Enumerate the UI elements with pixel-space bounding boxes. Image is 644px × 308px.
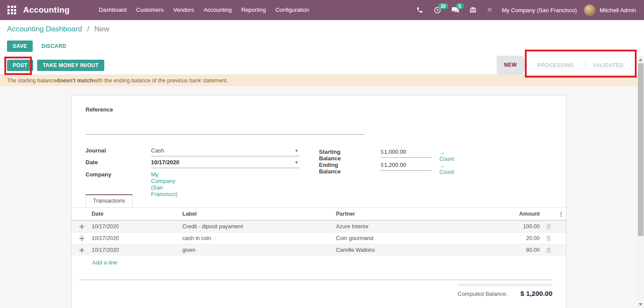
top-navbar: Accounting Dashboard Customers Vendors A… [0,0,644,20]
phone-icon[interactable] [411,0,428,20]
breadcrumb: Accounting Dashboard / New [7,25,109,34]
trash-icon[interactable] [541,236,556,241]
cell-partner[interactable]: Camille Watkins [336,247,489,253]
cell-amount[interactable]: 100.00 [489,223,541,230]
apps-grid-icon[interactable] [7,6,16,14]
starting-balance-label: Starting Balance [319,149,341,162]
cell-amount[interactable]: 80.00 [489,247,541,253]
journal-label: Journal [86,147,106,154]
company-link[interactable]: My Company (San Francisco) [151,171,178,197]
menu-item-accounting[interactable]: Accounting [199,0,236,20]
add-a-line-link[interactable]: Add a line [72,256,566,270]
table-row[interactable]: 10/17/2020 given Camille Watkins 80.00 [72,244,566,256]
warning-banner: The starting balance doesn't match with … [0,75,644,86]
breadcrumb-current: New [94,25,109,33]
activity-clock-icon[interactable]: 32 [428,0,446,20]
column-header-date[interactable]: Date [92,211,182,217]
status-step-processing[interactable]: PROCESSING [528,62,583,68]
date-value: 10/17/2020 [151,159,179,166]
breadcrumb-parent-link[interactable]: Accounting Dashboard [7,25,82,33]
cell-date[interactable]: 10/17/2020 [92,247,182,253]
column-header-amount[interactable]: Amount [489,211,541,217]
scroll-down-arrow-icon[interactable] [639,303,642,306]
scroll-up-arrow-icon[interactable] [639,58,642,61]
cell-label[interactable]: given [182,247,336,253]
optional-columns-kebab-icon[interactable]: ⋮ [556,211,566,217]
app-brand[interactable]: Accounting [23,5,70,15]
ending-balance-input[interactable]: $1,200.00 [380,162,432,171]
date-input[interactable]: 10/17/2020 ▼ [151,159,299,168]
ending-balance-value: 1,200.00 [384,162,406,168]
scrollbar-thumb[interactable] [638,63,644,236]
drag-handle-icon[interactable] [72,224,92,229]
avatar[interactable] [584,4,596,16]
table-row[interactable]: 10/17/2020 cash in coin Coin gourmand 20… [72,232,566,244]
table-row[interactable]: 10/17/2020 Credit - diposit payament Azu… [72,220,566,232]
reference-input[interactable] [86,124,365,135]
warning-text-suffix: with the ending balance of the previous … [93,78,228,84]
column-header-label[interactable]: Label [182,211,336,217]
menu-item-configuration[interactable]: Configuration [271,0,314,20]
main-menu: Dashboard Customers Vendors Accounting R… [94,0,314,20]
discard-button[interactable]: DISCARD [41,43,66,49]
subtotal-double-rule [458,284,552,286]
cell-label[interactable]: Credit - diposit payament [182,223,336,230]
starting-balance-count-link[interactable]: → Count [439,150,454,162]
cell-partner[interactable]: Coin gourmand [336,235,489,241]
statusbar: NEW PROCESSING VALIDATED [497,56,633,74]
cell-partner[interactable]: Azure Interior [336,223,489,230]
sheet-divider [79,280,552,280]
drag-handle-icon[interactable] [72,248,92,253]
disconnect-x-icon[interactable]: ✕ [482,0,498,20]
ending-balance-count-link[interactable]: → Count [439,163,454,175]
menu-item-reporting[interactable]: Reporting [236,0,271,20]
cell-date[interactable]: 10/17/2020 [92,235,182,241]
menu-item-customers[interactable]: Customers [131,0,168,20]
post-button[interactable]: POST [7,60,33,71]
trash-icon[interactable] [541,247,556,253]
breadcrumb-separator: / [87,25,89,33]
warning-text-prefix: The starting balance [7,78,56,84]
trash-icon[interactable] [541,224,556,230]
take-money-button[interactable]: TAKE MONEY IN/OUT [37,60,104,71]
company-label: Company [86,171,111,178]
status-step-validated[interactable]: VALIDATED [584,62,633,68]
navbar-systray: 32 5 ✕ My Company (San Francisco) Mitche… [411,0,644,20]
transactions-table: Date Label Partner Amount ⋮ 10/17/2020 C… [72,207,566,270]
caret-down-icon[interactable]: ▼ [295,149,298,153]
journal-input[interactable]: Cash ▼ [151,147,299,156]
form-header-bar: POST TAKE MONEY IN/OUT NEW PROCESSING VA… [0,56,644,75]
caret-down-icon[interactable]: ▼ [295,160,298,165]
starting-balance-input[interactable]: $1,000.00 [380,149,432,158]
computed-balance-label: Computed Balance: [458,291,507,297]
user-menu[interactable]: Mitchell Admin [596,7,639,14]
cell-amount[interactable]: 20.00 [489,235,541,241]
journal-value: Cash [151,147,164,154]
starting-balance-value: 1,000.00 [384,149,406,155]
computed-balance-value: $ 1,200.00 [521,290,552,298]
save-button[interactable]: SAVE [7,41,33,52]
currency-symbol: $ [380,162,384,168]
messages-icon[interactable]: 5 [446,0,464,20]
warning-text-bold: doesn't match [56,78,93,84]
status-step-new[interactable]: NEW [497,56,528,74]
date-label: Date [86,159,98,166]
messages-count-badge: 5 [456,3,464,9]
drag-handle-icon[interactable] [72,236,92,241]
company-switcher[interactable]: My Company (San Francisco) [497,7,584,14]
menu-item-dashboard[interactable]: Dashboard [94,0,132,20]
column-header-partner[interactable]: Partner [336,211,489,217]
form-sheet: Reference Journal Cash ▼ Date 10/17/2020… [71,95,566,308]
cell-date[interactable]: 10/17/2020 [92,223,182,230]
reference-label: Reference [86,106,113,113]
gift-icon[interactable] [464,0,482,20]
vertical-scrollbar[interactable] [637,56,644,308]
ending-balance-label: Ending Balance [319,162,341,175]
menu-item-vendors[interactable]: Vendors [168,0,199,20]
cell-label[interactable]: cash in coin [182,235,336,241]
currency-symbol: $ [380,149,384,155]
table-header-row: Date Label Partner Amount ⋮ [72,208,566,220]
form-view-background: Reference Journal Cash ▼ Date 10/17/2020… [0,86,644,308]
tab-transactions[interactable]: Transactions [86,194,133,208]
subtotal-footer: Computed Balance: $ 1,200.00 [458,284,552,298]
